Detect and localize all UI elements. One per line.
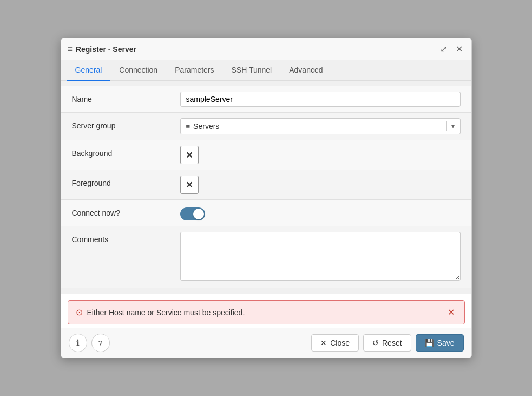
info-button[interactable]: ℹ — [69, 334, 87, 352]
save-icon: 💾 — [425, 339, 434, 347]
background-label: Background — [72, 146, 180, 158]
tab-bar: General Connection Parameters SSH Tunnel… — [61, 60, 471, 81]
dialog-title: ≡ Register - Server — [68, 44, 136, 54]
expand-button[interactable]: ⤢ — [438, 43, 449, 55]
server-group-row: Server group ≡ Servers ▾ — [61, 113, 471, 140]
connect-now-control — [180, 205, 461, 220]
comments-control — [180, 232, 461, 282]
info-icon: ℹ — [76, 338, 80, 348]
register-server-dialog: ≡ Register - Server ⤢ ✕ General Connecti… — [61, 38, 472, 358]
server-group-control: ≡ Servers ▾ — [180, 118, 461, 134]
comments-textarea[interactable] — [180, 232, 461, 281]
help-button[interactable]: ? — [91, 334, 110, 352]
footer-left: ℹ ? — [69, 334, 110, 352]
foreground-row: Foreground ✕ — [61, 170, 471, 200]
connect-now-row: Connect now? — [61, 200, 471, 226]
tab-advanced[interactable]: Advanced — [280, 60, 331, 81]
error-message: Either Host name or Service must be spec… — [87, 308, 245, 317]
server-group-select[interactable]: ≡ Servers ▾ — [180, 118, 461, 134]
footer: ℹ ? ✕ Close ↺ Reset 💾 Save — [61, 328, 471, 358]
connect-now-label: Connect now? — [72, 205, 180, 217]
comments-row: Comments — [61, 226, 471, 288]
select-divider — [446, 121, 447, 131]
tab-general[interactable]: General — [67, 60, 111, 81]
name-input[interactable] — [180, 92, 461, 107]
tab-parameters[interactable]: Parameters — [166, 60, 222, 81]
form-body: Name Server group ≡ Servers ▾ Background… — [61, 81, 471, 294]
save-label: Save — [437, 339, 455, 347]
background-color-picker[interactable]: ✕ — [180, 146, 199, 164]
foreground-label: Foreground — [72, 176, 180, 187]
dialog-title-text: Register - Server — [76, 45, 136, 54]
tab-ssh-tunnel[interactable]: SSH Tunnel — [223, 60, 281, 81]
close-dialog-button[interactable]: ✕ — [454, 43, 465, 55]
name-label: Name — [72, 92, 180, 103]
toggle-knob — [193, 209, 204, 219]
connect-now-toggle-wrapper — [180, 205, 461, 220]
question-icon: ? — [98, 339, 102, 348]
name-control — [180, 92, 461, 107]
reset-icon: ↺ — [372, 339, 379, 347]
server-group-value: Servers — [193, 122, 442, 131]
close-label: Close — [330, 339, 350, 347]
server-group-label: Server group — [72, 118, 180, 130]
reset-label: Reset — [382, 339, 402, 347]
reset-button[interactable]: ↺ Reset — [363, 334, 411, 352]
foreground-color-picker[interactable]: ✕ — [180, 176, 199, 194]
close-icon: ✕ — [320, 339, 327, 347]
comments-label: Comments — [72, 232, 180, 244]
servers-icon: ≡ — [186, 122, 191, 131]
chevron-down-icon: ▾ — [451, 122, 455, 130]
footer-right: ✕ Close ↺ Reset 💾 Save — [311, 334, 463, 352]
error-bar: ⊙ Either Host name or Service must be sp… — [68, 300, 465, 324]
connect-now-toggle[interactable] — [180, 207, 205, 220]
close-button[interactable]: ✕ Close — [311, 334, 359, 352]
save-button[interactable]: 💾 Save — [416, 334, 464, 352]
server-icon: ≡ — [68, 44, 73, 54]
dialog-header: ≡ Register - Server ⤢ ✕ — [61, 38, 471, 60]
error-icon: ⊙ — [76, 307, 83, 317]
dialog-header-actions: ⤢ ✕ — [438, 43, 465, 55]
foreground-control: ✕ — [180, 176, 461, 194]
name-row: Name — [61, 86, 471, 113]
background-row: Background ✕ — [61, 140, 471, 170]
error-close-button[interactable]: ✕ — [445, 306, 457, 319]
background-control: ✕ — [180, 146, 461, 164]
error-bar-content: ⊙ Either Host name or Service must be sp… — [76, 307, 245, 317]
tab-connection[interactable]: Connection — [110, 60, 166, 81]
